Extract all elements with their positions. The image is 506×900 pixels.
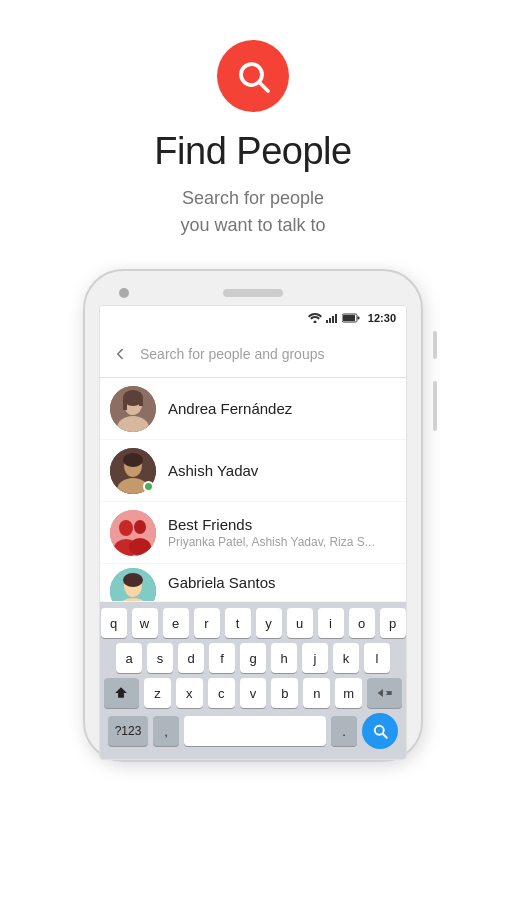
phone-screen: 12:30 Search for people and groups: [99, 305, 407, 760]
key-a[interactable]: a: [116, 643, 142, 673]
speaker: [223, 289, 283, 297]
avatar-andrea: [110, 386, 156, 432]
keyboard-row-3: z x c v b n m: [104, 678, 402, 708]
key-g[interactable]: g: [240, 643, 266, 673]
space-key[interactable]: [184, 716, 326, 746]
contact-item-ashish[interactable]: Ashish Yadav: [100, 440, 406, 502]
key-u[interactable]: u: [287, 608, 313, 638]
contact-info-ashish: Ashish Yadav: [168, 462, 396, 479]
key-w[interactable]: w: [132, 608, 158, 638]
key-x[interactable]: x: [176, 678, 203, 708]
svg-rect-8: [343, 315, 355, 321]
svg-point-2: [313, 321, 316, 324]
keyboard-row-1: q w e r t y u i o p: [104, 608, 402, 638]
status-bar: 12:30: [100, 306, 406, 330]
contact-name-bestfriends: Best Friends: [168, 516, 396, 533]
key-d[interactable]: d: [178, 643, 204, 673]
svg-rect-9: [357, 317, 359, 320]
svg-line-1: [260, 83, 268, 91]
key-m[interactable]: m: [335, 678, 362, 708]
key-j[interactable]: j: [302, 643, 328, 673]
contact-item-gabriela[interactable]: Gabriela Santos: [100, 564, 406, 602]
svg-rect-16: [139, 398, 143, 406]
key-v[interactable]: v: [240, 678, 267, 708]
svg-line-31: [383, 734, 387, 738]
keyboard-bottom-row: ?123 , .: [104, 713, 402, 755]
key-c[interactable]: c: [208, 678, 235, 708]
contact-name-gabriela: Gabriela Santos: [168, 574, 396, 591]
top-section: Find People Search for people you want t…: [154, 0, 351, 259]
contact-name-andrea: Andrea Fernández: [168, 400, 396, 417]
key-h[interactable]: h: [271, 643, 297, 673]
key-b[interactable]: b: [271, 678, 298, 708]
key-s[interactable]: s: [147, 643, 173, 673]
search-submit-icon: [371, 722, 389, 740]
svg-point-29: [123, 573, 143, 587]
shift-icon: [114, 686, 128, 700]
search-submit-button[interactable]: [362, 713, 398, 749]
status-icons: 12:30: [308, 312, 396, 324]
backspace-key[interactable]: [367, 678, 402, 708]
key-p[interactable]: p: [380, 608, 406, 638]
key-q[interactable]: q: [101, 608, 127, 638]
key-l[interactable]: l: [364, 643, 390, 673]
svg-point-24: [134, 520, 146, 534]
key-f[interactable]: f: [209, 643, 235, 673]
contact-info-andrea: Andrea Fernández: [168, 400, 396, 417]
svg-rect-5: [332, 316, 334, 323]
key-y[interactable]: y: [256, 608, 282, 638]
svg-point-20: [123, 453, 143, 467]
phone-outer: 12:30 Search for people and groups: [83, 269, 423, 762]
contact-sub-bestfriends: Priyanka Patel, Ashish Yadav, Riza S...: [168, 535, 396, 549]
key-o[interactable]: o: [349, 608, 375, 638]
num-key[interactable]: ?123: [108, 716, 148, 746]
contact-list: Andrea Fernández: [100, 378, 406, 602]
camera-dot: [119, 288, 129, 298]
svg-rect-15: [123, 398, 127, 410]
svg-rect-3: [326, 320, 328, 323]
online-indicator-ashish: [143, 481, 154, 492]
battery-icon: [342, 313, 360, 323]
contact-info-gabriela: Gabriela Santos: [168, 574, 396, 591]
avatar-bestfriends: [110, 510, 156, 556]
search-bar[interactable]: Search for people and groups: [100, 330, 406, 378]
contact-name-ashish: Ashish Yadav: [168, 462, 396, 479]
avatar-ashish: [110, 448, 156, 494]
volume-button: [433, 331, 437, 359]
signal-icon: [326, 313, 338, 323]
back-arrow-icon: [111, 345, 129, 363]
svg-point-25: [129, 538, 151, 556]
page-subtitle: Search for people you want to talk to: [180, 185, 325, 239]
keyboard-row-2: a s d f g h j k l: [104, 643, 402, 673]
contact-item-andrea[interactable]: Andrea Fernández: [100, 378, 406, 440]
key-n[interactable]: n: [303, 678, 330, 708]
phone-mockup: 12:30 Search for people and groups: [83, 269, 423, 762]
key-k[interactable]: k: [333, 643, 359, 673]
page-title: Find People: [154, 130, 351, 173]
svg-rect-6: [335, 314, 337, 323]
avatar-gabriela: [110, 568, 156, 598]
backspace-icon: [377, 687, 393, 699]
status-time: 12:30: [368, 312, 396, 324]
search-icon: [235, 58, 271, 94]
svg-point-22: [119, 520, 133, 536]
search-circle-icon: [217, 40, 289, 112]
power-button: [433, 381, 437, 431]
svg-rect-4: [329, 318, 331, 323]
period-key[interactable]: .: [331, 716, 357, 746]
shift-key[interactable]: [104, 678, 139, 708]
contact-item-bestfriends[interactable]: Best Friends Priyanka Patel, Ashish Yada…: [100, 502, 406, 564]
key-i[interactable]: i: [318, 608, 344, 638]
contact-info-bestfriends: Best Friends Priyanka Patel, Ashish Yada…: [168, 516, 396, 549]
back-button[interactable]: [110, 344, 130, 364]
wifi-icon: [308, 313, 322, 323]
key-z[interactable]: z: [144, 678, 171, 708]
key-e[interactable]: e: [163, 608, 189, 638]
phone-top-bar: [99, 289, 407, 297]
key-t[interactable]: t: [225, 608, 251, 638]
search-input[interactable]: Search for people and groups: [140, 346, 396, 362]
key-r[interactable]: r: [194, 608, 220, 638]
comma-key[interactable]: ,: [153, 716, 179, 746]
keyboard: q w e r t y u i o p a s d f g: [100, 602, 406, 759]
